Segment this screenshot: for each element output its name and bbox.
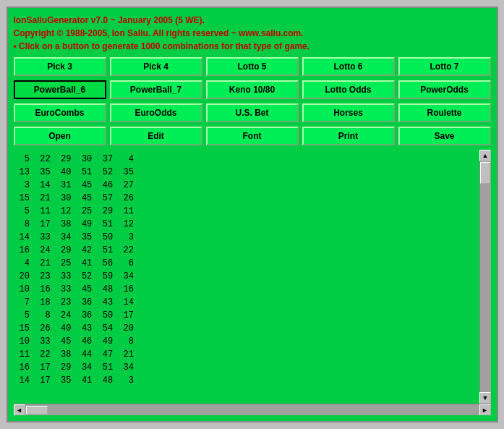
hscroll-thumb[interactable]	[26, 406, 48, 415]
horses-button[interactable]: Horses	[302, 103, 395, 122]
hscroll-track[interactable]	[25, 404, 479, 415]
powerball6-button[interactable]: PowerBall_6	[14, 80, 106, 99]
lotto6-button[interactable]: Lotto 6	[302, 57, 395, 76]
scroll-thumb[interactable]	[480, 162, 490, 184]
vertical-scrollbar[interactable]: ▲ ▼	[479, 150, 491, 404]
pick3-button[interactable]: Pick 3	[14, 57, 106, 76]
scroll-up-button[interactable]: ▲	[479, 150, 491, 161]
output-area[interactable]: 5 22 29 30 37 4 13 35 40 51 52 35 3 14 3…	[14, 150, 479, 404]
button-row-3: EuroCombs EuroOdds U.S. Bet Horses Roule…	[14, 103, 491, 122]
output-wrapper: 5 22 29 30 37 4 13 35 40 51 52 35 3 14 3…	[14, 150, 491, 415]
open-button[interactable]: Open	[14, 127, 106, 145]
powerodds-button[interactable]: PowerOdds	[398, 80, 491, 99]
header-line1: IonSaliuGenerator v7.0 ~ January 2005 (5…	[14, 15, 205, 25]
scroll-left-button[interactable]: ◄	[14, 404, 25, 416]
eurocombs-button[interactable]: EuroCombs	[14, 103, 106, 122]
button-row-4: Open Edit Font Print Save	[14, 127, 491, 145]
roulette-button[interactable]: Roulette	[398, 103, 491, 122]
horizontal-scrollbar[interactable]: ◄ ►	[14, 404, 491, 415]
output-main: 5 22 29 30 37 4 13 35 40 51 52 35 3 14 3…	[14, 150, 491, 404]
lotto5-button[interactable]: Lotto 5	[206, 57, 299, 76]
keno-button[interactable]: Keno 10/80	[206, 80, 299, 99]
button-row-2: PowerBall_6 PowerBall_7 Keno 10/80 Lotto…	[14, 80, 491, 99]
lottoodds-button[interactable]: Lotto Odds	[302, 80, 395, 99]
scroll-track[interactable]	[480, 161, 491, 392]
lotto7-button[interactable]: Lotto 7	[398, 57, 491, 76]
header-line3: • Click on a button to generate 1000 com…	[14, 41, 310, 51]
scroll-right-button[interactable]: ►	[479, 404, 491, 416]
euroodds-button[interactable]: EuroOdds	[110, 103, 202, 122]
font-button[interactable]: Font	[206, 127, 299, 145]
button-row-1: Pick 3 Pick 4 Lotto 5 Lotto 6 Lotto 7	[14, 57, 491, 76]
print-button[interactable]: Print	[302, 127, 395, 145]
header-text: IonSaliuGenerator v7.0 ~ January 2005 (5…	[14, 14, 491, 53]
scroll-down-button[interactable]: ▼	[479, 392, 491, 404]
powerball7-button[interactable]: PowerBall_7	[110, 80, 202, 99]
header-line2: Copyright © 1988-2005, Ion Saliu. All ri…	[14, 28, 304, 38]
pick4-button[interactable]: Pick 4	[110, 57, 202, 76]
save-button[interactable]: Save	[398, 127, 491, 145]
main-window: IonSaliuGenerator v7.0 ~ January 2005 (5…	[7, 7, 498, 422]
usbet-button[interactable]: U.S. Bet	[206, 103, 299, 122]
edit-button[interactable]: Edit	[110, 127, 202, 145]
